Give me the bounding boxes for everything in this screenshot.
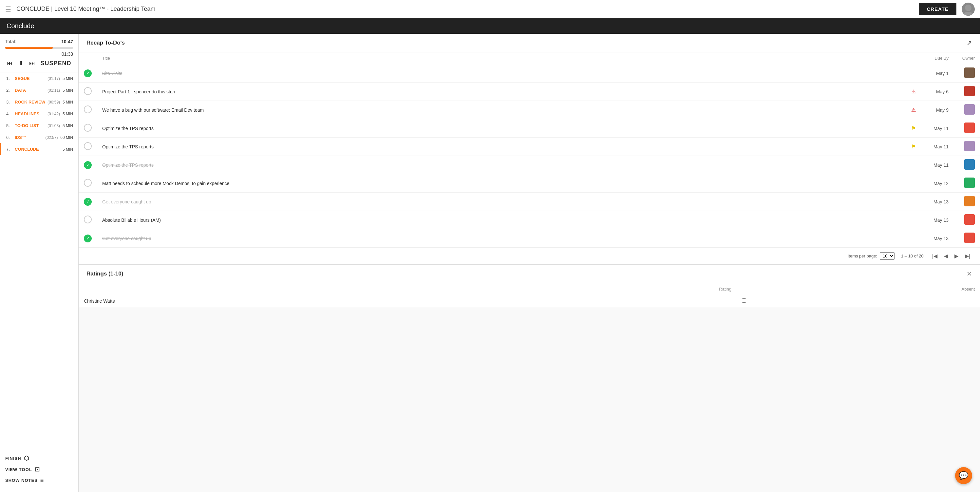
app-title: CONCLUDE | Level 10 Meeting™ - Leadershi…: [16, 6, 913, 13]
owner-cell: [954, 119, 980, 138]
section-header: Conclude: [0, 18, 980, 34]
svg-point-0: [965, 5, 972, 11]
todo-title: Optimize the TPS reports: [102, 126, 154, 131]
finish-button[interactable]: FINISH ⬡: [5, 455, 73, 462]
top-nav: ☰ CONCLUDE | Level 10 Meeting™ - Leaders…: [0, 0, 980, 18]
view-tool-button[interactable]: VIEW TOOL ⊡: [5, 466, 73, 473]
progress-fill: [5, 47, 53, 49]
check-cell: [79, 119, 97, 138]
view-tool-icon: ⊡: [35, 466, 40, 473]
todo-title: Optimize the TPS reports: [102, 162, 154, 168]
pause-button[interactable]: ⏸: [18, 60, 24, 67]
table-row: We have a bug with our software: Email D…: [79, 101, 980, 119]
flag-cell: [895, 229, 921, 248]
due-date: May 9: [921, 101, 954, 119]
check-done-icon[interactable]: ✓: [84, 70, 92, 77]
nav-label: HEADLINES: [15, 111, 39, 116]
create-button[interactable]: CREATE: [919, 3, 956, 15]
check-cell: ✓: [79, 64, 97, 83]
check-done-icon[interactable]: ✓: [84, 198, 92, 206]
check-empty-icon[interactable]: [84, 87, 92, 95]
title-cell: Get everyone caught up: [97, 193, 895, 211]
person-absent: [737, 295, 980, 307]
nav-duration: 5 MIN: [62, 147, 73, 152]
ratings-table: Rating Absent Christine Watts: [79, 283, 980, 307]
prev-page-button[interactable]: ◀: [942, 252, 950, 260]
menu-icon[interactable]: ☰: [5, 5, 11, 13]
next-page-button[interactable]: ▶: [953, 252, 960, 260]
check-empty-icon[interactable]: [84, 142, 92, 150]
flag-cell: ⚑: [895, 138, 921, 156]
total-label: Total:: [5, 39, 16, 44]
suspend-button[interactable]: SUSPEND: [40, 60, 71, 67]
nav-duration: 5 MIN: [62, 112, 73, 116]
nav-time: (01:42): [48, 112, 60, 116]
close-icon[interactable]: ✕: [967, 270, 972, 278]
title-cell: We have a bug with our software: Email D…: [97, 101, 895, 119]
nav-items: 1. SEGUE (01:17) 5 MIN 2. DATA (01:11) 5…: [0, 72, 78, 451]
todo-title: Project Part 1 - spencer do this step: [102, 89, 175, 94]
nav-duration: 5 MIN: [62, 88, 73, 93]
ratings-header: Ratings (1-10) ✕: [79, 265, 980, 283]
check-empty-icon[interactable]: [84, 124, 92, 132]
show-notes-button[interactable]: SHOW NOTES ≡: [5, 477, 73, 484]
table-row: ✓ Get everyone caught up May 13: [79, 193, 980, 211]
table-row: Christine Watts: [79, 295, 980, 307]
owner-cell: [954, 211, 980, 229]
owner-cell: [954, 101, 980, 119]
nav-item-data[interactable]: 2. DATA (01:11) 5 MIN: [0, 84, 78, 96]
nav-num: 3.: [6, 100, 13, 105]
page-info: 1 – 10 of 20: [901, 253, 924, 258]
owner-avatar: [964, 67, 975, 78]
alert-icon: ⚠: [911, 107, 916, 113]
recap-card-header: Recap To-Do's ↗: [79, 34, 980, 53]
flag-cell: [895, 193, 921, 211]
nav-label: IDS™: [15, 135, 26, 140]
todo-title: Matt needs to schedule more Mock Demos, …: [102, 181, 229, 186]
check-done-icon[interactable]: ✓: [84, 234, 92, 242]
nav-item-headlines[interactable]: 4. HEADLINES (01:42) 5 MIN: [0, 108, 78, 119]
user-avatar[interactable]: [962, 3, 975, 16]
check-empty-icon[interactable]: [84, 105, 92, 113]
title-cell: Project Part 1 - spencer do this step: [97, 83, 895, 101]
svg-point-1: [963, 12, 974, 16]
check-cell: [79, 83, 97, 101]
check-done-icon[interactable]: ✓: [84, 161, 92, 169]
ratings-col-rating: Rating: [503, 283, 737, 295]
last-page-button[interactable]: ▶|: [963, 252, 972, 260]
title-cell: Absolute Billable Hours (AM): [97, 211, 895, 229]
title-cell: Matt needs to schedule more Mock Demos, …: [97, 174, 895, 193]
chat-bubble[interactable]: 💬: [955, 467, 972, 484]
first-page-button[interactable]: |◀: [930, 252, 939, 260]
main-content: Recap To-Do's ↗ Title Due By Owner ✓: [79, 34, 980, 492]
due-date: May 13: [921, 193, 954, 211]
due-date: May 11: [921, 119, 954, 138]
skip-forward-button[interactable]: ⏭: [29, 60, 35, 67]
flag-cell: ⚠: [895, 83, 921, 101]
items-per-page-select[interactable]: 10 25 50: [880, 252, 894, 260]
alert-icon: ⚠: [911, 89, 916, 94]
check-cell: ✓: [79, 229, 97, 248]
col-owner: Owner: [954, 53, 980, 64]
trend-icon: ↗: [967, 39, 972, 47]
absent-checkbox[interactable]: [742, 298, 746, 303]
nav-time: (01:17): [48, 76, 60, 81]
skip-back-button[interactable]: ⏮: [7, 60, 13, 67]
nav-item-segue[interactable]: 1. SEGUE (01:17) 5 MIN: [0, 72, 78, 84]
nav-time: (01:11): [48, 88, 60, 93]
nav-item-ids[interactable]: 6. IDS™ (02:57) 60 MIN: [0, 131, 78, 143]
owner-avatar: [964, 159, 975, 170]
check-empty-icon[interactable]: [84, 179, 92, 187]
flag-cell: [895, 156, 921, 174]
pagination-row: Items per page: 10 25 50 1 – 10 of 20 |◀…: [79, 247, 980, 264]
total-time: 10:47: [61, 39, 73, 44]
nav-item-to-do-list[interactable]: 5. TO-DO LIST (01:08) 5 MIN: [0, 119, 78, 131]
nav-item-rock-review[interactable]: 3. ROCK REVIEW (00:59) 5 MIN: [0, 96, 78, 108]
items-per-page-label: Items per page:: [848, 253, 877, 258]
check-empty-icon[interactable]: [84, 215, 92, 223]
nav-item-conclude[interactable]: 7. CONCLUDE 5 MIN: [0, 143, 78, 155]
ratings-col-absent: Absent: [737, 283, 980, 295]
flag-icon: ⚑: [911, 126, 916, 131]
flag-cell: [895, 174, 921, 193]
flag-cell: [895, 211, 921, 229]
